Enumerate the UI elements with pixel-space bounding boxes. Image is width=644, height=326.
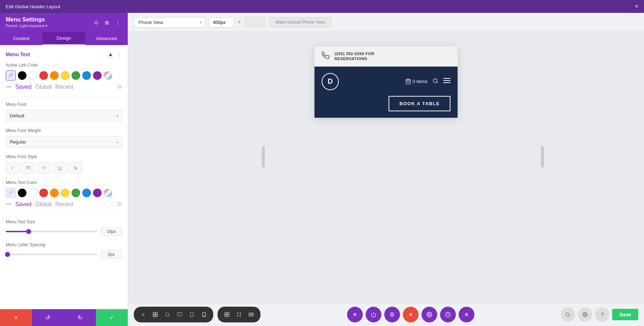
tool-grid2-btn[interactable]	[221, 309, 233, 320]
swatch-white[interactable]	[29, 71, 37, 80]
menu-font-group: Menu Font Default ▾	[6, 102, 122, 122]
swatch-green[interactable]	[72, 71, 80, 80]
panel-preset[interactable]: Preset: Light imported ▾	[6, 24, 48, 28]
swatch-purple[interactable]	[93, 71, 102, 80]
menu-font-label: Menu Font	[6, 102, 122, 107]
tab-content[interactable]: Content	[0, 32, 43, 45]
text-size-slider-thumb[interactable]	[26, 229, 31, 234]
font-style-tt2[interactable]: Tt	[37, 162, 51, 174]
add-button[interactable]	[347, 307, 363, 322]
text-size-slider-track	[6, 231, 98, 232]
text-swatch-mixed[interactable]	[104, 189, 112, 197]
text-color-eyedropper[interactable]	[6, 188, 16, 198]
panel-layout-button[interactable]: ⊞	[103, 19, 111, 26]
text-color-tab-saved[interactable]: Saved	[15, 201, 31, 208]
text-swatch-yellow[interactable]	[61, 189, 69, 197]
font-style-strikethrough[interactable]: S	[69, 162, 82, 174]
swatch-blue[interactable]	[82, 71, 91, 80]
text-color-tab-global[interactable]: Global	[35, 201, 52, 208]
history-button[interactable]	[440, 307, 456, 322]
book-table-button[interactable]: BOOK A TABLE	[389, 96, 450, 111]
menu-font-style-label: Menu Font Style	[6, 154, 122, 159]
undo-button[interactable]: ↺	[32, 309, 64, 326]
active-link-color-group: Active Link Color •••	[6, 63, 122, 90]
font-style-italic[interactable]: I	[6, 162, 19, 174]
text-color-settings-icon[interactable]: ⚙	[117, 201, 122, 208]
swatch-mixed[interactable]	[104, 71, 112, 80]
panel-header-titles: Menu Settings Preset: Light imported ▾	[6, 16, 48, 28]
letter-spacing-slider-thumb[interactable]	[5, 252, 10, 257]
text-swatch-orange[interactable]	[50, 189, 59, 197]
menu-text-color-group: Menu Text Color •••	[6, 180, 122, 208]
tab-advanced[interactable]: Advanced	[85, 32, 128, 45]
text-color-tab-recent[interactable]: Recent	[55, 201, 73, 208]
svg-rect-8	[153, 315, 155, 317]
power-button[interactable]	[366, 307, 381, 322]
search-icon-nav	[433, 78, 438, 85]
settings-right-button[interactable]	[578, 307, 592, 322]
cart-icon	[405, 79, 411, 84]
tool-search-btn[interactable]	[162, 309, 173, 320]
section-collapse-button[interactable]: ▲	[108, 51, 113, 58]
title-bar-close-button[interactable]: ×	[635, 3, 638, 10]
eyedropper-button[interactable]	[6, 70, 16, 81]
make-default-button[interactable]: Make Default Phone View	[269, 17, 331, 27]
swatch-red[interactable]	[39, 71, 48, 80]
tab-design[interactable]: Design	[43, 32, 85, 45]
cart-text: 0 items	[405, 79, 428, 84]
color-settings-icon[interactable]: ⚙	[117, 83, 122, 90]
panel-dots-button[interactable]: ⋮	[114, 19, 122, 26]
tool-phone-btn[interactable]	[198, 309, 210, 320]
phone-icon	[322, 52, 330, 61]
tool-table-btn[interactable]	[245, 309, 257, 320]
color-tab-saved[interactable]: Saved	[15, 84, 31, 90]
panel-content: Menu Text ▲ ⋮ Active Link Color	[0, 45, 128, 309]
swatch-black[interactable]	[18, 71, 26, 80]
panel-eye-button[interactable]: ⊙	[93, 19, 100, 26]
font-style-tt[interactable]: TT	[21, 162, 35, 174]
text-color-more-dots[interactable]: •••	[6, 201, 12, 207]
width-clear-button[interactable]: ×	[238, 19, 241, 25]
color-tab-recent[interactable]: Recent	[55, 84, 73, 90]
search-right-button[interactable]	[561, 307, 575, 322]
tool-grid-btn[interactable]	[150, 309, 161, 320]
text-swatch-white[interactable]	[29, 189, 37, 197]
text-swatch-black[interactable]	[18, 189, 26, 197]
tool-tablet-btn[interactable]	[186, 309, 197, 320]
text-swatch-green[interactable]	[72, 189, 80, 197]
menu-font-weight-select[interactable]: Regular	[6, 136, 122, 148]
color-more-dots[interactable]: •••	[6, 84, 12, 90]
menu-text-color-label: Menu Text Color	[6, 180, 122, 185]
section-menu-button[interactable]: ⋮	[116, 51, 122, 58]
redo-button[interactable]: ↻	[64, 309, 96, 326]
resize-handle-right[interactable]	[541, 146, 544, 167]
confirm-button[interactable]: ✓	[96, 309, 128, 326]
menu-text-color-row	[6, 188, 122, 198]
hamburger-icon	[443, 78, 450, 85]
text-swatch-blue[interactable]	[82, 189, 91, 197]
text-swatch-red[interactable]	[39, 189, 48, 197]
title-bar-text: Edit Global Header Layout	[6, 4, 60, 9]
menu-font-select[interactable]: Default	[6, 110, 122, 122]
view-select[interactable]: Phone View	[134, 17, 205, 28]
tool-dots-btn[interactable]	[233, 309, 245, 320]
tool-desktop-btn[interactable]	[174, 309, 185, 320]
width-input[interactable]	[209, 17, 234, 28]
save-button[interactable]: Save	[612, 309, 638, 320]
swatch-orange[interactable]	[50, 71, 59, 80]
help-button[interactable]: ?	[595, 307, 609, 322]
reorder-button[interactable]	[459, 307, 474, 322]
color-tab-global[interactable]: Global	[35, 84, 52, 90]
settings-button[interactable]	[421, 307, 437, 322]
font-style-underline[interactable]: U	[53, 162, 67, 174]
swatch-yellow[interactable]	[61, 71, 69, 80]
tool-menu-btn[interactable]: ≡	[137, 309, 149, 320]
delete-button[interactable]	[384, 307, 400, 322]
canvas-area: Phone View ▾ × Make Default Phone View	[128, 13, 644, 326]
svg-line-2	[436, 82, 438, 83]
text-swatch-purple[interactable]	[93, 189, 102, 197]
resize-handle-left[interactable]	[262, 146, 265, 167]
close-button[interactable]	[403, 307, 419, 322]
menu-text-size-label: Menu Text Size	[6, 219, 122, 224]
cancel-button[interactable]: ×	[0, 309, 32, 326]
